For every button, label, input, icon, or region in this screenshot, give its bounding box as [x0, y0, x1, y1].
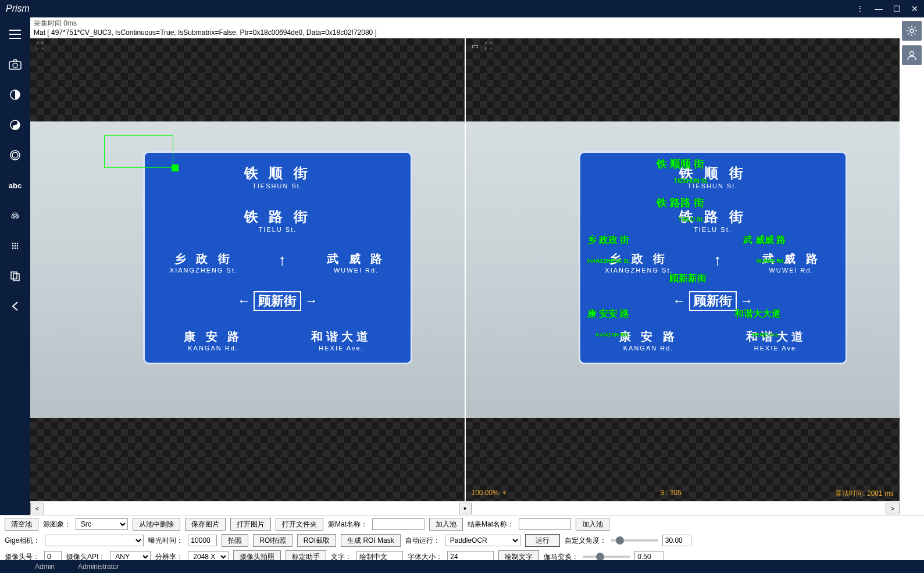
info-bar: 采集时间 0ms Mat [ 497*751*CV_8UC3, IsContin… [30, 17, 900, 38]
svg-point-9 [15, 243, 16, 245]
ocr-text: WUWEI Rd. [757, 258, 785, 264]
zoom-value: 100.00% [472, 489, 499, 499]
nav-prev-button[interactable]: < [30, 503, 44, 514]
exposure-input[interactable] [188, 535, 217, 546]
angle-input[interactable] [662, 535, 691, 546]
ocr-text: 铁 顺顺 街 [657, 157, 704, 171]
open-image-button[interactable]: 打开图片 [230, 518, 271, 531]
save-image-button[interactable]: 保存图片 [185, 518, 226, 531]
ocr-text: 康 安安 路 [587, 308, 630, 320]
svg-point-13 [17, 245, 19, 247]
capture-button[interactable]: 拍照 [222, 534, 248, 547]
roi-cut-button[interactable]: ROI截取 [297, 534, 336, 547]
ocr-text: 乡 政政 街 [587, 234, 630, 246]
svg-rect-18 [13, 274, 19, 281]
gige-label: Gige相机： [5, 536, 40, 546]
auto-run-label: 自动运行： [405, 536, 440, 546]
exposure-label: 曝光时间： [148, 536, 183, 546]
road-sign: 铁 顺 街TIESHUN St. 铁 路 街TIELU St. 乡 政 街XIA… [143, 151, 412, 364]
fingerprint-icon[interactable] [6, 207, 24, 224]
angle-label: 自定义角度： [565, 536, 607, 546]
src-image-label: 源图象： [43, 520, 71, 529]
svg-point-7 [12, 152, 18, 158]
svg-point-8 [12, 243, 14, 245]
titlebar: Prism ⋮ — ☐ ✕ [0, 0, 924, 17]
svg-point-16 [17, 248, 19, 249]
user-button[interactable] [902, 45, 922, 65]
gamma-slider[interactable] [583, 556, 630, 558]
nav-center-button[interactable]: • [459, 503, 472, 514]
clear-pool-button[interactable]: 清空池 [5, 518, 38, 531]
gige-select[interactable] [45, 535, 144, 546]
ocr-text: 铁 路路 街 [657, 196, 704, 210]
fullscreen-icon[interactable]: ⛶ [484, 42, 492, 51]
gen-roi-mask-button[interactable]: 生成 ROI Mask [341, 534, 401, 547]
src-mat-label: 源Mat名称： [328, 520, 368, 529]
panel-row-1: 清空池 源图象： Src 从池中删除 保存图片 打开图片 打开文件夹 源Mat名… [5, 518, 919, 531]
contrast-icon[interactable] [6, 86, 24, 103]
maximize-icon[interactable]: ☐ [893, 4, 901, 13]
ocr-text: KANGAN Rd. [595, 332, 629, 338]
add-pool-button-1[interactable]: 加入池 [429, 518, 463, 531]
viewer-result[interactable]: ▭ ⛶ 铁 顺 街TIESHUN St. 铁 路 街TIELU St. 乡 政 … [466, 38, 900, 501]
svg-point-20 [910, 52, 914, 56]
back-icon[interactable] [6, 298, 24, 315]
settings-button[interactable] [902, 21, 922, 41]
ocr-text: TIESHUN St. [674, 178, 708, 184]
roi-box[interactable] [104, 135, 173, 168]
panel-row-2: Gige相机： 曝光时间： 拍照 ROI拍照 ROI截取 生成 ROI Mask… [5, 534, 919, 547]
app-title: Prism [6, 3, 30, 14]
fullscreen-icon[interactable]: ⛶ [36, 42, 44, 51]
ocr-text: 武 威威 路 [743, 234, 786, 246]
status-user: Admin [35, 563, 55, 571]
del-from-pool-button[interactable]: 从池中删除 [133, 518, 180, 531]
open-folder-button[interactable]: 打开文件夹 [276, 518, 323, 531]
statusbar: Admin Administrator [0, 560, 924, 573]
src-image-select[interactable]: Src [76, 518, 128, 530]
hamburger-icon[interactable] [6, 26, 24, 43]
nav-next-button[interactable]: > [886, 503, 900, 514]
angle-slider[interactable] [611, 539, 658, 542]
svg-point-10 [17, 243, 19, 245]
svg-point-19 [910, 29, 914, 33]
bottom-panel: 清空池 源图象： Src 从池中删除 保存图片 打开图片 打开文件夹 源Mat名… [0, 515, 924, 560]
close-icon[interactable]: ✕ [911, 4, 918, 13]
svg-point-15 [15, 248, 16, 249]
run-button[interactable]: 运行 [525, 534, 560, 547]
ocr-text: XIANGZHENG St. [587, 258, 630, 264]
rect-icon[interactable]: ▭ [472, 42, 479, 51]
roi-handle[interactable] [172, 164, 179, 171]
res-mat-label: 结果Mat名称： [468, 520, 514, 529]
main-area: abc 采集时间 0ms Mat [ 497*751*CV_8UC3, IsCo… [0, 17, 924, 515]
roi-capture-button[interactable]: ROI拍照 [253, 534, 292, 547]
abc-icon[interactable]: abc [6, 177, 24, 194]
copy-icon[interactable] [6, 267, 24, 285]
ocr-text: 顾新新街 [669, 273, 707, 285]
image-area: 采集时间 0ms Mat [ 497*751*CV_8UC3, IsContin… [30, 17, 900, 515]
svg-point-12 [15, 245, 16, 247]
circle-icon[interactable] [6, 146, 24, 164]
minimize-icon[interactable]: — [875, 4, 883, 13]
yinyang-icon[interactable] [6, 116, 24, 134]
blur-icon[interactable] [6, 237, 24, 255]
viewer-status: 100.00% ⌖ 3 : 305 算法时间: 2081 ms [472, 489, 894, 499]
menu-dots-icon[interactable]: ⋮ [856, 4, 864, 13]
svg-point-11 [12, 245, 14, 247]
svg-point-5 [15, 127, 16, 128]
svg-point-14 [12, 248, 14, 249]
focus-icon[interactable]: ⌖ [502, 489, 506, 499]
res-mat-input[interactable] [519, 518, 571, 530]
cursor-pos: 3 : 305 [506, 489, 835, 499]
window-controls: ⋮ — ☐ ✕ [856, 4, 918, 13]
left-sidebar: abc [0, 17, 30, 515]
viewer-source[interactable]: ⛶ 铁 顺 街TIESHUN St. 铁 路 街TIELU St. 乡 政 街X… [30, 38, 466, 501]
ocr-text: HEXIE Ave. [752, 332, 780, 338]
ocr-text: 和谐大大道 [734, 308, 781, 320]
svg-point-4 [15, 122, 16, 123]
status-role: Administrator [78, 563, 119, 571]
src-mat-input[interactable] [372, 518, 424, 530]
add-pool-button-2[interactable]: 加入池 [576, 518, 609, 531]
svg-rect-17 [11, 272, 17, 279]
auto-run-select[interactable]: PaddleOCR [445, 535, 520, 546]
camera-icon[interactable] [6, 56, 24, 73]
